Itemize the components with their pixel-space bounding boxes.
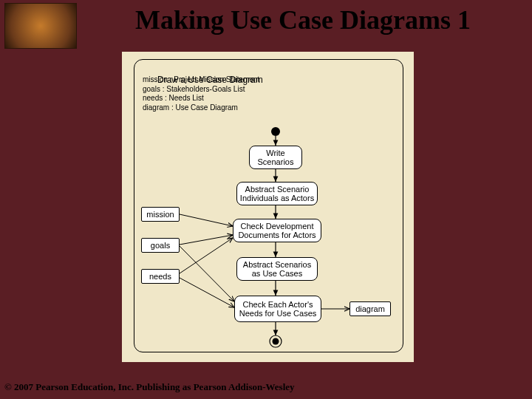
activity-check-actor-needs: Check Each Actor's Needs for Use Cases <box>234 296 321 322</box>
slide: Making Use Case Diagrams 1 Draw a Use Ca… <box>0 0 532 399</box>
object-mission: mission <box>141 207 180 222</box>
slide-title: Making Use Case Diagrams 1 <box>81 4 525 35</box>
activity-abstract-usecases: Abstract Scenarios as Use Cases <box>236 257 318 281</box>
activity-write-scenarios: Write Scenarios <box>249 146 302 169</box>
logo-image <box>4 3 77 49</box>
frame-params: mission : Project Mission Statement goal… <box>143 75 259 112</box>
object-needs: needs <box>141 269 180 284</box>
copyright-text: © 2007 Pearson Education, Inc. Publishin… <box>4 381 295 393</box>
activity-check-docs: Check Development Documents for Actors <box>233 219 321 242</box>
object-goals: goals <box>141 238 180 253</box>
object-diagram: diagram <box>349 301 391 316</box>
activity-diagram: Draw a Use Case Diagram mission : Projec… <box>122 52 414 362</box>
activity-abstract-actors: Abstract Scenario Individuals as Actors <box>236 182 318 205</box>
